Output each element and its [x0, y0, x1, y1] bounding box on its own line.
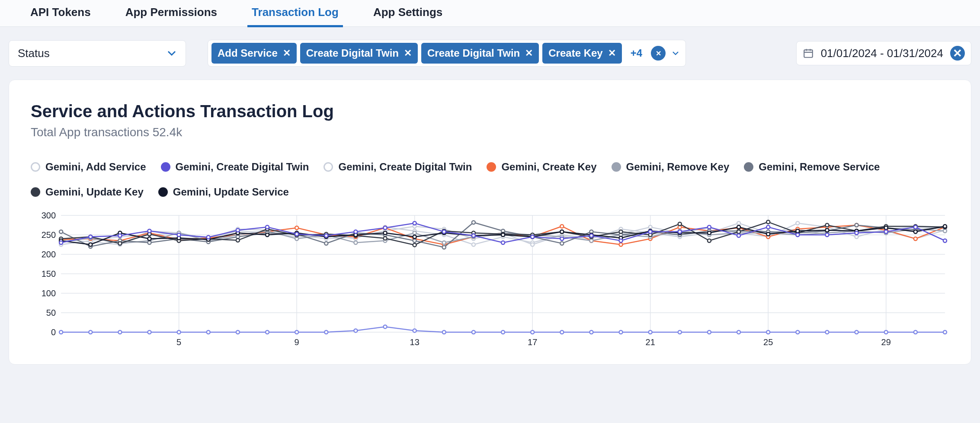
legend-dot-icon	[744, 162, 753, 172]
svg-point-294	[560, 237, 564, 240]
svg-point-116	[796, 221, 799, 225]
legend-item[interactable]: Gemini, Update Key	[31, 186, 144, 198]
svg-point-151	[914, 237, 917, 240]
svg-point-290	[442, 230, 446, 234]
svg-point-253	[266, 233, 269, 237]
close-icon[interactable]: ✕	[525, 48, 533, 59]
tab-transaction-log[interactable]: Transaction Log	[247, 0, 343, 27]
svg-text:50: 50	[46, 308, 56, 317]
legend-item[interactable]: Gemini, Create Digital Twin	[161, 161, 309, 173]
svg-point-280	[148, 229, 151, 233]
svg-point-234	[619, 230, 623, 234]
tab-app-permissions[interactable]: App Permissions	[121, 0, 221, 27]
svg-point-279	[118, 234, 122, 237]
svg-point-84	[766, 330, 770, 334]
legend-item[interactable]: Gemini, Remove Service	[744, 161, 880, 173]
svg-point-261	[501, 233, 505, 237]
chip-expand[interactable]	[669, 48, 682, 58]
close-icon[interactable]: ✕	[608, 48, 616, 59]
status-dropdown[interactable]: Status	[9, 40, 186, 67]
svg-point-82	[708, 330, 711, 334]
svg-point-73	[442, 330, 446, 334]
svg-point-64	[177, 330, 181, 334]
svg-point-297	[649, 230, 652, 234]
chip-create-key[interactable]: Create Key ✕	[542, 43, 621, 64]
chip-create-digital-twin-1[interactable]: Create Digital Twin ✕	[300, 43, 418, 64]
svg-point-85	[796, 330, 799, 334]
svg-point-62	[118, 330, 122, 334]
svg-point-278	[89, 235, 92, 239]
svg-point-307	[943, 239, 947, 243]
svg-text:100: 100	[42, 288, 56, 298]
svg-point-257	[384, 231, 387, 235]
svg-point-183	[943, 229, 947, 233]
chip-more-count[interactable]: +4	[625, 47, 647, 59]
svg-point-291	[472, 234, 475, 237]
svg-point-226	[384, 237, 387, 240]
svg-point-74	[472, 330, 475, 334]
svg-point-80	[649, 330, 652, 334]
svg-point-60	[59, 330, 63, 334]
total-transactions-subtitle: Total App transactions 52.4k	[31, 125, 949, 139]
svg-point-77	[560, 330, 564, 334]
svg-point-287	[354, 230, 357, 234]
svg-point-247	[89, 243, 92, 247]
svg-point-263	[560, 230, 564, 234]
svg-point-52	[737, 221, 740, 225]
legend-dot-icon	[31, 187, 40, 197]
legend-dot-icon	[158, 187, 168, 197]
svg-point-66	[236, 330, 240, 334]
svg-point-76	[531, 330, 534, 334]
legend-item-label: Gemini, Update Service	[173, 186, 289, 198]
chip-add-service[interactable]: Add Service ✕	[211, 43, 297, 64]
date-range-clear[interactable]: ✕	[950, 46, 965, 61]
legend-item[interactable]: Gemini, Update Service	[158, 186, 289, 198]
svg-point-141	[619, 243, 623, 247]
tab-api-tokens[interactable]: API Tokens	[26, 0, 95, 27]
svg-point-238	[737, 230, 740, 234]
close-icon[interactable]: ✕	[404, 48, 412, 59]
legend-item-label: Gemini, Add Service	[45, 161, 146, 173]
filter-row: Status Add Service ✕ Create Digital Twin…	[0, 27, 980, 80]
legend-item[interactable]: Gemini, Add Service	[31, 161, 146, 173]
page-title: Service and Actions Transaction Log	[31, 102, 949, 121]
legend-item[interactable]: Gemini, Create Key	[487, 161, 596, 173]
tab-app-settings[interactable]: App Settings	[369, 0, 447, 27]
svg-point-118	[855, 235, 858, 239]
legend-dot-icon	[31, 162, 40, 172]
svg-point-211	[855, 224, 858, 227]
chip-create-digital-twin-2[interactable]: Create Digital Twin ✕	[421, 43, 539, 64]
date-range-picker[interactable]: 01/01/2024 - 01/31/2024 ✕	[796, 41, 971, 65]
svg-point-276	[943, 224, 947, 228]
svg-point-304	[855, 231, 858, 235]
svg-point-298	[678, 230, 682, 234]
svg-point-227	[413, 243, 416, 247]
svg-point-274	[884, 226, 888, 230]
svg-point-43	[472, 243, 475, 247]
tab-bar: API Tokens App Permissions Transaction L…	[0, 0, 980, 27]
svg-point-61	[89, 330, 92, 334]
svg-text:21: 21	[646, 337, 655, 347]
chip-label: Create Digital Twin	[306, 47, 399, 59]
legend-item[interactable]: Gemini, Remove Key	[612, 161, 730, 173]
svg-point-161	[295, 237, 298, 240]
close-icon[interactable]: ✕	[283, 48, 291, 59]
svg-text:9: 9	[295, 337, 299, 347]
svg-point-89	[914, 330, 917, 334]
chip-clear-all[interactable]: ✕	[651, 46, 666, 61]
svg-point-87	[855, 330, 858, 334]
svg-point-272	[825, 228, 829, 232]
svg-point-130	[295, 226, 298, 230]
svg-point-65	[207, 330, 210, 334]
svg-point-187	[148, 241, 151, 244]
chevron-down-icon	[672, 48, 679, 58]
svg-text:200: 200	[42, 250, 56, 259]
svg-point-90	[943, 330, 947, 334]
chevron-down-icon	[167, 48, 177, 58]
svg-point-165	[413, 231, 416, 235]
svg-point-270	[766, 232, 770, 236]
legend-item-label: Gemini, Create Digital Twin	[176, 161, 309, 173]
legend-item-label: Gemini, Create Key	[501, 161, 596, 173]
legend-item[interactable]: Gemini, Create Digital Twin	[323, 161, 472, 173]
svg-point-271	[796, 229, 799, 233]
